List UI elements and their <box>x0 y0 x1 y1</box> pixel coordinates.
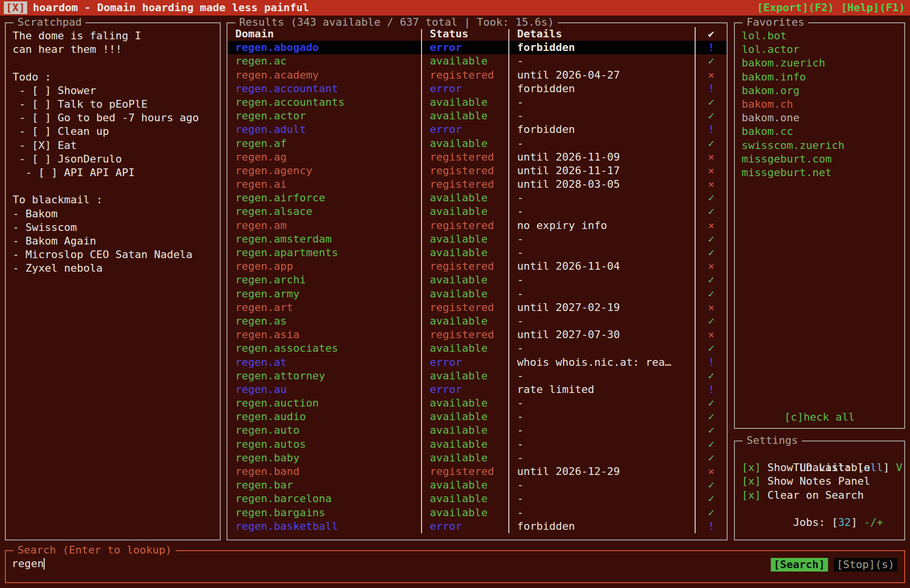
table-row[interactable]: regen.academyregistereduntil 2026-04-27× <box>228 68 727 82</box>
table-row[interactable]: regen.asavailable-✓ <box>228 314 727 328</box>
table-row[interactable]: regen.bargainsavailable-✓ <box>228 506 727 520</box>
table-row[interactable]: regen.autoavailable-✓ <box>228 424 727 437</box>
table-row[interactable]: regen.airforceavailable-✓ <box>228 191 727 205</box>
status-cell: registered <box>421 260 508 273</box>
table-row[interactable]: regen.asiaregistereduntil 2027-07-30× <box>228 328 727 342</box>
check-mark-icon: ✓ <box>695 410 727 424</box>
table-row[interactable]: regen.archiavailable-✓ <box>228 273 727 287</box>
table-row[interactable]: regen.alsaceavailable-✓ <box>228 205 727 218</box>
status-cell: available <box>421 54 508 68</box>
table-row[interactable]: regen.aterrorwhois whois.nic.at: rea…! <box>228 356 727 369</box>
status-cell: error <box>421 520 508 533</box>
domain-cell: regen.accountant <box>228 82 421 96</box>
details-cell: until 2026-11-17 <box>508 164 695 178</box>
details-cell: - <box>508 410 695 424</box>
jobs-stepper[interactable]: Jobs: [32] -/+ <box>742 502 897 516</box>
table-row[interactable]: regen.autosavailable-✓ <box>228 438 727 451</box>
table-row[interactable]: regen.bandregistereduntil 2026-12-29× <box>228 465 727 478</box>
details-cell: until 2026-04-27 <box>508 68 695 82</box>
table-row[interactable]: regen.associatesavailable-✓ <box>228 342 727 355</box>
table-row[interactable]: regen.agencyregistereduntil 2026-11-17× <box>228 164 727 178</box>
column-header-domain: Domain <box>228 27 421 41</box>
favorite-item[interactable]: lol.actor <box>742 43 897 56</box>
table-row[interactable]: regen.attorneyavailable-✓ <box>228 369 727 383</box>
search-button[interactable]: [Search] <box>771 558 828 572</box>
favorite-item[interactable]: bakom.ch <box>742 98 897 111</box>
table-row[interactable]: regen.abogadoerrorforbidden! <box>228 41 727 54</box>
table-row[interactable]: regen.apartmentsavailable-✓ <box>228 246 727 260</box>
domain-cell: regen.as <box>228 314 421 328</box>
tld-list-selector[interactable]: TLD List: [all] V <box>742 447 897 461</box>
domain-cell: regen.baby <box>228 451 421 465</box>
table-row[interactable]: regen.baravailable-✓ <box>228 478 727 492</box>
check-all-button[interactable]: [c]heck all <box>735 410 904 424</box>
status-cell: available <box>421 232 508 246</box>
details-cell: - <box>508 137 695 150</box>
stop-button[interactable]: [Stop](s) <box>834 558 897 572</box>
status-cell: available <box>421 410 508 424</box>
table-row[interactable]: regen.artregistereduntil 2027-02-19× <box>228 301 727 314</box>
favorite-item[interactable]: bakom.org <box>742 84 897 98</box>
table-row[interactable]: regen.basketballerrorforbidden! <box>228 520 727 533</box>
table-row[interactable]: regen.amregisteredno expiry info× <box>228 219 727 232</box>
details-cell: - <box>508 314 695 328</box>
details-cell: - <box>508 342 695 355</box>
favorites-panel-title: Favorites <box>743 16 808 29</box>
favorite-item[interactable]: missgeburt.net <box>742 166 897 180</box>
table-row[interactable]: regen.barcelonaavailable-✓ <box>228 492 727 506</box>
table-row[interactable]: regen.auctionavailable-✓ <box>228 396 727 410</box>
table-row[interactable]: regen.agregistereduntil 2026-11-09× <box>228 150 727 164</box>
favorites-panel: Favorites lol.botlol.actorbakom.zuerichb… <box>734 22 905 429</box>
status-cell: available <box>421 492 508 506</box>
status-cell: registered <box>421 150 508 164</box>
check-mark-icon: ✓ <box>695 96 727 109</box>
help-button[interactable]: [Help](F1) <box>841 1 905 15</box>
status-cell: registered <box>421 68 508 82</box>
favorite-item[interactable]: bakom.info <box>742 70 897 84</box>
jobs-bracket-open: [ <box>831 516 838 528</box>
details-cell: until 2027-02-19 <box>508 301 695 314</box>
status-cell: available <box>421 451 508 465</box>
table-row[interactable]: regen.airegistereduntil 2028-03-05× <box>228 178 727 191</box>
domain-cell: regen.adult <box>228 123 421 136</box>
scratchpad-editor[interactable]: The dome is faling Ican hear them !!! To… <box>6 23 220 281</box>
favorite-item[interactable]: swisscom.zuerich <box>742 139 897 152</box>
status-cell: available <box>421 137 508 150</box>
details-cell: - <box>508 478 695 492</box>
table-row[interactable]: regen.actoravailable-✓ <box>228 109 727 123</box>
favorite-item[interactable]: bakom.one <box>742 111 897 125</box>
table-row[interactable]: regen.accountantsavailable-✓ <box>228 96 727 109</box>
table-row[interactable]: regen.adulterrorforbidden! <box>228 123 727 136</box>
details-cell: - <box>508 451 695 465</box>
table-row[interactable]: regen.audioavailable-✓ <box>228 410 727 424</box>
jobs-adjust-buttons[interactable]: -/+ <box>857 516 883 528</box>
table-row[interactable]: regen.accountanterrorforbidden! <box>228 82 727 96</box>
check-mark-icon: × <box>695 164 727 178</box>
table-row[interactable]: regen.amsterdamavailable-✓ <box>228 232 727 246</box>
tld-dropdown-arrow-icon[interactable]: V <box>890 461 903 474</box>
table-row[interactable]: regen.babyavailable-✓ <box>228 451 727 465</box>
favorite-item[interactable]: lol.bot <box>742 29 897 43</box>
table-row[interactable]: regen.auerrorrate limited! <box>228 383 727 396</box>
export-button[interactable]: [Export](F2) <box>757 1 834 15</box>
check-mark-icon: × <box>695 150 727 164</box>
favorite-item[interactable]: bakom.cc <box>742 125 897 138</box>
table-row[interactable]: regen.acavailable-✓ <box>228 54 727 68</box>
check-mark-icon: × <box>695 178 727 191</box>
favorite-item[interactable]: missgeburt.com <box>742 152 897 166</box>
table-row[interactable]: regen.appregistereduntil 2026-11-04× <box>228 260 727 273</box>
status-cell: available <box>421 506 508 520</box>
settings-checkbox[interactable]: [x] Show Notes Panel <box>742 474 897 488</box>
details-cell: - <box>508 369 695 383</box>
check-mark-icon: ✓ <box>695 54 727 68</box>
table-row[interactable]: regen.armyavailable-✓ <box>228 287 727 301</box>
table-row[interactable]: regen.afavailable-✓ <box>228 137 727 150</box>
domain-cell: regen.alsace <box>228 205 421 218</box>
close-button[interactable]: [X] <box>4 1 27 14</box>
domain-cell: regen.app <box>228 260 421 273</box>
domain-cell: regen.autos <box>228 438 421 451</box>
favorite-item[interactable]: bakom.zuerich <box>742 56 897 70</box>
scratchpad-line: - [ ] Go to bed -7 hours ago <box>13 111 213 125</box>
settings-checkbox[interactable]: [x] Clear on Search <box>742 489 897 502</box>
details-cell: no expiry info <box>508 219 695 232</box>
